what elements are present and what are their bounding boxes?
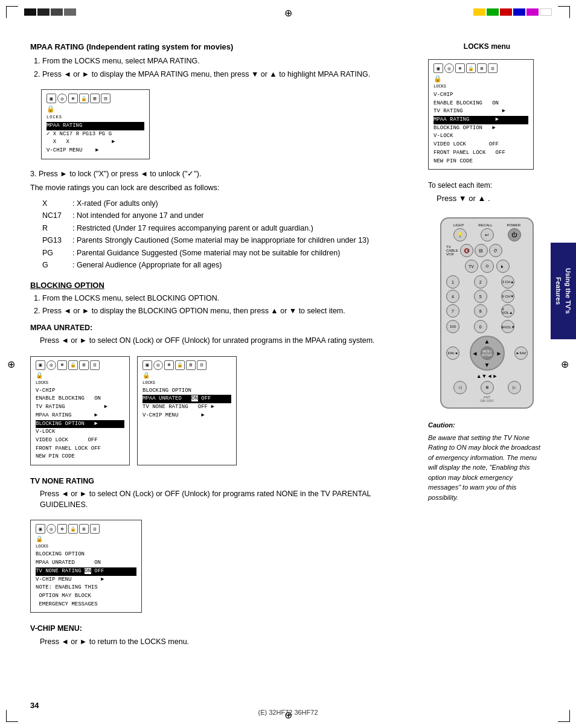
lm-tv-rating: TV RATING ►: [434, 107, 528, 116]
tnm-icon-3: ⊛: [57, 524, 67, 534]
bm2-icon-6: ⊡: [197, 360, 206, 370]
btn-6[interactable]: 6 CH▼: [501, 290, 514, 303]
remote-bottom-label: ANTOR OFF: [446, 395, 528, 403]
bottom-btn-3[interactable]: ▷: [508, 381, 521, 394]
bm1-icon-3: ⊛: [57, 360, 67, 370]
btn-7[interactable]: 7: [446, 304, 459, 318]
bm1-mpaa-rating: MPAA RATING ►: [36, 412, 124, 420]
bm2-icon-2: ◎: [153, 360, 163, 370]
bar-3: [51, 8, 63, 16]
btn-100[interactable]: 100: [446, 320, 459, 333]
tnm-vchip: V-CHIP MENU ►: [36, 576, 136, 584]
lm-icon-1: ▣: [434, 63, 443, 73]
bm2-blocking-opt: BLOCKING OPTION: [142, 387, 231, 395]
bm2-lock: 🔒: [142, 372, 231, 379]
bm1-icon-6: ⊡: [90, 360, 100, 370]
btn-0[interactable]: 0: [474, 320, 487, 333]
btn-ext[interactable]: ⊕VOL▼: [501, 320, 514, 333]
mpaa-menu-row2: X X ►: [46, 138, 144, 147]
reg-mark-left: ⊕: [7, 359, 15, 370]
tv-none-menu-icons: ▣ ◎ ⊛ 🔒 ⊞ ⊡: [36, 524, 136, 534]
mode-btns: 🔇 ⊟ ⏱: [460, 244, 502, 257]
bm1-icon-5: ⊞: [79, 360, 89, 370]
model-number: (E) 32HF72 36HF72: [258, 709, 318, 716]
recall-btn[interactable]: ↩: [481, 228, 494, 241]
light-btn[interactable]: 💡: [453, 228, 467, 241]
lm-lock: 🔒: [434, 75, 528, 83]
btn-1[interactable]: 1: [446, 275, 459, 289]
cable-btn[interactable]: ⊙: [481, 260, 494, 273]
menu-enter-btn[interactable]: MENU ENTER: [481, 346, 494, 360]
mpaa-step-2: Press ◄ or ► to display the MPAA RATING …: [42, 69, 412, 80]
sidebar-label-line2: Features: [555, 277, 562, 305]
remote-mode-row: TV CABLE VCR 🔇 ⊟ ⏱: [446, 244, 528, 257]
bottom-btn-1[interactable]: ◁: [453, 381, 467, 394]
remote-control: LIGHT RECALL POWER 💡 ↩ ⏻ TV CABL: [440, 217, 534, 409]
lm-icon-2: ◎: [444, 63, 454, 73]
btn-4[interactable]: 4: [446, 290, 459, 303]
menu-icon-1: ▣: [46, 94, 56, 103]
mpaa-unrated-desc: Press ◄ or ► to select ON (Lock) or OFF …: [40, 336, 412, 346]
rating-r: R : Restricted (Under 17 requires accomp…: [42, 223, 412, 234]
swatch-blue: [513, 8, 525, 16]
btn-5[interactable]: 5: [474, 290, 487, 303]
btn-3[interactable]: 3 CH▲: [501, 275, 514, 289]
bm2-locks: LOCKS: [142, 380, 231, 385]
corner-mark-tr: [558, 6, 570, 18]
swatch-white: [540, 8, 552, 16]
menu-icon-2: ◎: [57, 94, 67, 103]
ratings-list: X : X-rated (For adults only) NC17 : Not…: [42, 199, 412, 271]
power-btn[interactable]: ⏻: [508, 228, 521, 241]
bm1-vlock: V-LOCK: [36, 428, 124, 436]
lm-vchip: V-CHIP: [434, 91, 528, 100]
right-column: LOCKS menu ▣ ◎ ⊛ 🔒 ⊞ ⊡ 🔒 LOCKS V-CHIP EN…: [428, 42, 546, 650]
mpaa-menu-lock-icon: 🔒: [46, 105, 144, 113]
bm1-enable: ENABLE BLOCKING ON: [36, 395, 124, 403]
corner-mark-bl: [6, 710, 18, 722]
tv-none-title: TV NONE RATING: [30, 476, 412, 487]
bm2-icon-5: ⊞: [186, 360, 196, 370]
corner-mark-tl: [6, 6, 18, 18]
tnm-icon-5: ⊞: [79, 524, 89, 534]
mode-labels: TV CABLE VCR: [446, 245, 458, 256]
tv-none-desc: Press ◄ or ► to select ON (Lock) or OFF …: [40, 489, 412, 510]
arrow-left-btn[interactable]: ◄: [472, 350, 478, 357]
tv-none-menu-box: ▣ ◎ ⊛ 🔒 ⊞ ⊡ 🔒 LOCKS BLOCKING OPTION MPAA…: [30, 520, 142, 613]
remote-bottom-row: ◁ ⊗ ▷: [446, 381, 528, 394]
mute-btn[interactable]: 🔇: [460, 244, 473, 257]
remote-second-mode: TV ⊙ ⏵: [446, 260, 528, 273]
locks-menu-icons: ▣ ◎ ⊛ 🔒 ⊞ ⊡: [434, 63, 528, 73]
bar-1: [24, 8, 36, 16]
bm2-tv-none: TV NONE RATING OFF ►: [142, 403, 231, 412]
timer-btn[interactable]: ⏱: [489, 244, 502, 257]
bm1-locks: LOCKS: [36, 380, 124, 385]
tnm-lock: 🔒: [36, 535, 136, 543]
arrow-up-btn[interactable]: ▲: [484, 338, 490, 345]
vcr-btn[interactable]: ⏵: [496, 260, 510, 273]
input-btn[interactable]: ⊟: [475, 244, 488, 257]
light-label: LIGHT: [453, 223, 464, 227]
rating-nc17: NC17 : Not intended for anyone 17 and un…: [42, 211, 412, 222]
fav-right-btn[interactable]: ►FAV: [514, 346, 528, 360]
rating-pg: PG : Parental Guidance Suggested (Some m…: [42, 248, 412, 259]
arrow-down-btn[interactable]: ▼: [484, 362, 490, 368]
arrow-label: ▲▼◄►: [446, 373, 528, 379]
lm-icon-4: 🔒: [466, 63, 476, 73]
fav-left-btn[interactable]: FAV◄: [446, 346, 459, 360]
lm-video-lock: VIDEO LOCK OFF: [434, 141, 528, 149]
mpaa-menu-item-mpaa: MPAA RATING: [46, 122, 144, 130]
lm-locks-label: LOCKS: [434, 84, 528, 89]
bm1-lock: 🔒: [36, 372, 124, 379]
btn-9[interactable]: 9 VOL▲: [501, 304, 514, 318]
arrow-right-btn[interactable]: ►: [496, 350, 502, 357]
tv-btn[interactable]: TV: [465, 260, 478, 273]
caution-title: Caution:: [428, 421, 543, 430]
btn-8[interactable]: 8: [474, 304, 487, 318]
remote-container: LIGHT RECALL POWER 💡 ↩ ⏻ TV CABL: [428, 217, 546, 409]
bm1-blocking-opt: BLOCKING OPTION ►: [36, 420, 124, 429]
tnm-blocking-opt: BLOCKING OPTION: [36, 551, 136, 559]
mpaa-menu-locks-label: LOCKS: [46, 115, 144, 120]
remote-top-labels: LIGHT RECALL POWER: [446, 223, 528, 227]
bottom-btn-2[interactable]: ⊗: [481, 381, 494, 394]
btn-2[interactable]: 2: [474, 275, 487, 289]
